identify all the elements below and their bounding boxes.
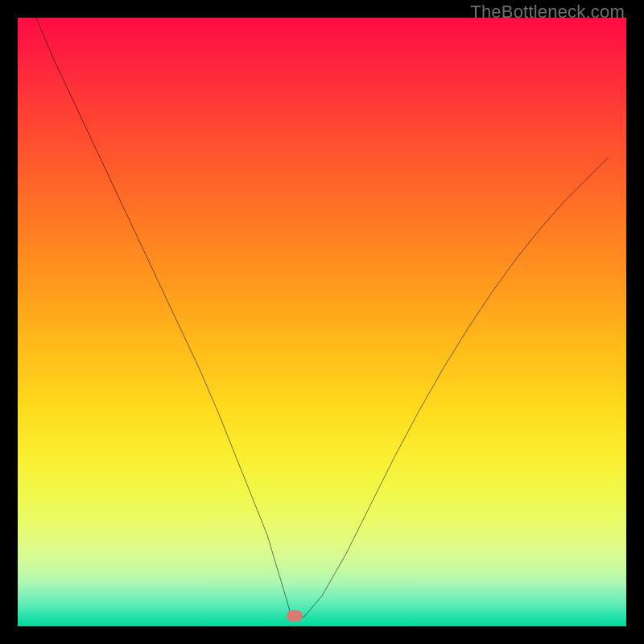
plot-area (18, 18, 626, 626)
chart-curve (18, 18, 626, 626)
data-point-marker (287, 610, 303, 621)
chart-frame: TheBottleneck.com (0, 0, 644, 644)
watermark-text: TheBottleneck.com (470, 2, 625, 23)
